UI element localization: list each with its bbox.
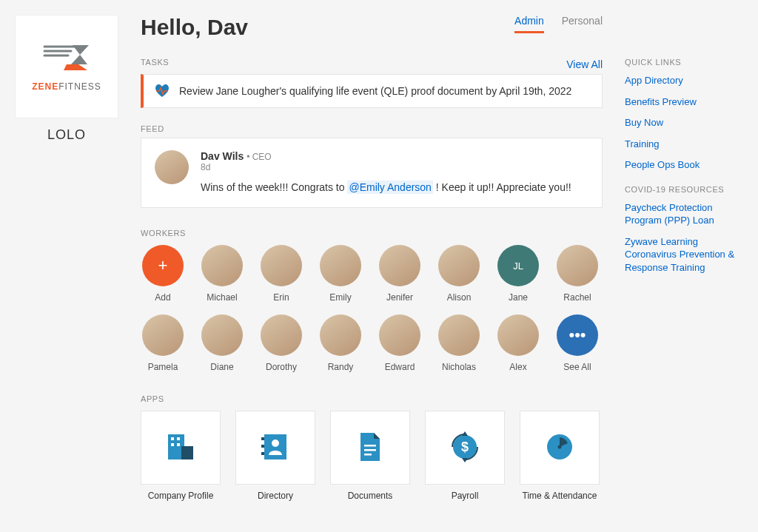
worker-item[interactable]: JLJane [496, 245, 540, 303]
tasks-section: TASKS View All Review Jane Lougher's qua… [141, 58, 603, 108]
avatar [438, 314, 480, 356]
avatar [142, 314, 184, 356]
avatar [201, 314, 243, 356]
svg-rect-12 [364, 449, 376, 451]
apps-label: APPS [141, 394, 603, 403]
document-icon [352, 428, 389, 468]
covid-link-item[interactable]: Paycheck Protection Program (PPP) Loan [625, 201, 743, 227]
worker-item[interactable]: Dorothy [259, 314, 303, 372]
quicklink-item[interactable]: Benefits Preview [625, 95, 697, 109]
svg-rect-5 [181, 446, 193, 459]
feed-author-name[interactable]: Dav Wils [201, 150, 244, 162]
worker-item[interactable]: Michael [200, 245, 244, 303]
page-title: Hello, Dav [141, 15, 248, 40]
worker-item[interactable]: Pamela [141, 314, 185, 372]
worker-item[interactable]: Nicholas [437, 314, 481, 372]
svg-text:$: $ [461, 440, 469, 454]
workers-label: WORKERS [141, 229, 603, 238]
svg-point-17 [558, 445, 562, 448]
worker-item[interactable]: Erin [259, 245, 303, 303]
app-tile[interactable]: Company Profile [141, 411, 221, 502]
avatar-initials: JL [497, 245, 539, 286]
quicklinks-label: QUICK LINKS [625, 58, 743, 67]
worker-item[interactable]: Rachel [555, 245, 600, 303]
app-label: Directory [235, 491, 315, 502]
feed-body: Wins of the week!!! Congrats to @Emily A… [201, 180, 588, 195]
feed-section: FEED Dav Wils • CEO 8d Wins of the week!… [141, 124, 603, 208]
payroll-icon: $ [446, 428, 483, 468]
worker-label: See All [555, 362, 600, 372]
app-label: Company Profile [141, 491, 221, 502]
app-tile[interactable]: Documents [330, 411, 410, 502]
avatar [261, 314, 302, 356]
feed-label: FEED [141, 124, 603, 133]
quicklink-item[interactable]: People Ops Book [625, 158, 700, 172]
logo-mark [37, 42, 96, 75]
worker-label: Add [141, 292, 185, 303]
org-name: LOLO [15, 127, 118, 143]
worker-item[interactable]: Alex [496, 314, 540, 372]
feed-post: Dav Wils • CEO 8d Wins of the week!!! Co… [141, 138, 603, 208]
worker-name-label: Jane [496, 292, 540, 303]
avatar [201, 245, 243, 286]
quicklink-item[interactable]: App Directory [625, 74, 683, 87]
avatar [320, 314, 361, 356]
worker-item[interactable]: Edward [378, 314, 422, 372]
worker-item[interactable]: Randy [318, 314, 363, 372]
app-tile[interactable]: Directory [235, 411, 315, 502]
worker-item[interactable]: Alison [437, 245, 481, 303]
tab-admin[interactable]: Admin [514, 15, 544, 33]
svg-rect-9 [261, 452, 264, 455]
plus-icon: + [142, 245, 184, 286]
worker-name-label: Alex [496, 362, 540, 372]
svg-rect-3 [171, 443, 174, 446]
avatar [379, 314, 420, 356]
worker-item[interactable]: Diane [200, 314, 244, 372]
worker-name-label: Pamela [141, 362, 185, 372]
avatar [438, 245, 480, 286]
avatar [497, 314, 539, 356]
worker-item[interactable]: Jenifer [378, 245, 422, 303]
see-all-workers-button[interactable]: •••See All [555, 314, 600, 372]
brand-wordmark: ZENEFITNESS [32, 81, 101, 92]
feed-time: 8d [201, 162, 588, 172]
task-text: Review Jane Lougher's qualifying life ev… [179, 85, 571, 97]
svg-point-10 [272, 440, 279, 447]
svg-rect-4 [177, 443, 180, 446]
covid-label: COVID-19 RESOURCES [625, 185, 743, 194]
contact-icon [257, 428, 294, 468]
covid-link-item[interactable]: Zywave Learning Coronavirus Prevention &… [625, 235, 743, 275]
heartbeat-icon [154, 84, 170, 98]
app-label: Time & Attendance [520, 491, 600, 502]
worker-item[interactable]: Emily [318, 245, 363, 303]
avatar [261, 245, 302, 286]
task-item[interactable]: Review Jane Lougher's qualifying life ev… [141, 74, 603, 108]
app-tile[interactable]: Time & Attendance [520, 411, 600, 502]
feed-author-role: CEO [252, 152, 272, 162]
avatar [379, 245, 420, 286]
app-label: Documents [330, 491, 410, 502]
worker-name-label: Alison [437, 292, 481, 303]
apps-section: APPS Company ProfileDirectoryDocuments$P… [141, 394, 603, 502]
worker-name-label: Edward [378, 362, 422, 372]
tasks-view-all-link[interactable]: View All [566, 58, 603, 70]
svg-rect-1 [171, 437, 174, 440]
worker-name-label: Rachel [555, 292, 600, 303]
tab-personal[interactable]: Personal [562, 15, 603, 33]
worker-name-label: Nicholas [437, 362, 481, 372]
quicklink-item[interactable]: Buy Now [625, 116, 663, 129]
add-worker-button[interactable]: +Add [141, 245, 185, 303]
company-logo[interactable]: ZENEFITNESS [15, 15, 118, 118]
quicklinks-list: App DirectoryBenefits PreviewBuy NowTrai… [625, 74, 743, 172]
svg-rect-2 [177, 437, 180, 440]
quicklink-item[interactable]: Training [625, 138, 659, 151]
worker-name-label: Michael [200, 292, 244, 303]
app-tile[interactable]: $Payroll [425, 411, 505, 502]
building-icon [162, 428, 199, 468]
svg-rect-8 [261, 445, 264, 448]
avatar [320, 245, 361, 286]
user-mention[interactable]: @Emily Anderson [347, 181, 432, 194]
feed-author-avatar[interactable] [155, 150, 189, 184]
tasks-label: TASKS [141, 58, 169, 67]
worker-name-label: Diane [200, 362, 244, 372]
